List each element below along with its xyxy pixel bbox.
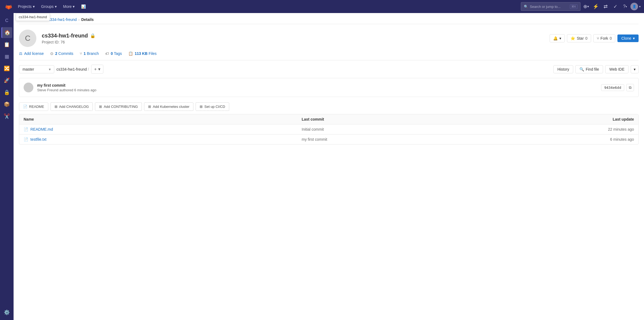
sidebar-item-repo[interactable]: 🏠	[1, 27, 12, 38]
sidebar-item-merge-requests[interactable]: 🔀	[1, 63, 12, 74]
user-menu[interactable]: 👤 ▾	[630, 3, 641, 10]
file-table-header: Name Last commit Last update	[19, 114, 638, 124]
sidebar-item-packages[interactable]: 📦	[1, 99, 12, 110]
commit-info-box: my first commit Steve Freund authored 6 …	[19, 78, 639, 97]
branch-selector[interactable]: master ▾	[19, 65, 54, 73]
sidebar-item-snippets[interactable]: ✂️	[1, 111, 12, 122]
commit-author: Steve Freund	[37, 88, 58, 92]
add-kubernetes-button[interactable]: ⊞ Add Kubernetes cluster	[144, 102, 193, 111]
history-button[interactable]: History	[553, 65, 573, 73]
col-update-header: Last update	[580, 117, 634, 121]
commit-details: my first commit Steve Freund authored 6 …	[37, 83, 597, 92]
tooltip: cs334-hw1-freund	[16, 13, 50, 21]
commits-link[interactable]: ⊙ 2 Commits	[50, 51, 73, 56]
project-header: C cs334-hw1-freund 🔒 Project ID: 76 🔔 ▾ …	[14, 24, 644, 51]
table-row: 📄 README.md Initial commit 22 minutes ag…	[19, 124, 638, 134]
path-repo-name: cs334-hw1-freund	[56, 67, 87, 71]
plus-icon: +	[94, 67, 97, 72]
stats-bar: ⚖ Add license ⊙ 2 Commits ⑂ 1 Branch 🏷 0…	[14, 51, 644, 60]
commits-icon: ⊙	[50, 51, 53, 56]
merge-requests-btn[interactable]: ⇄	[601, 2, 610, 11]
plus-icon: ⊞	[99, 105, 102, 109]
branches-link[interactable]: ⑂ 1 Branch	[80, 51, 99, 56]
chevron-down-icon: ▾	[634, 67, 636, 71]
search-icon: 🔍	[524, 5, 528, 9]
nav-activity[interactable]: 📊	[78, 3, 88, 10]
table-row: 📄 testfile.txt my first commit 6 minutes…	[19, 134, 638, 144]
col-name-header: Name	[24, 117, 302, 121]
file-name-testfile[interactable]: 📄 testfile.txt	[24, 137, 302, 142]
file-time-readme: 22 minutes ago	[580, 127, 634, 131]
copy-hash-button[interactable]: ⧉	[626, 84, 634, 91]
create-new-btn[interactable]: ⊕ ▾	[582, 2, 590, 11]
commit-time: authored 6 minutes ago	[59, 88, 97, 92]
search-bar[interactable]: 🔍 Search or jump to... ⌘K	[521, 2, 581, 11]
breadcrumb-repo[interactable]: cs334-hw1-freund	[46, 17, 77, 22]
plus-icon: ⊞	[55, 105, 58, 109]
project-id: Project ID: 76	[42, 40, 544, 44]
project-actions: 🔔 ▾ ⭐ Star 0 ⑂ Fork 0 Clone ▾	[550, 34, 639, 42]
commit-author-avatar	[24, 83, 33, 92]
sidebar-item-cicd[interactable]: 🚀	[1, 75, 12, 86]
project-name: cs334-hw1-freund	[42, 33, 88, 39]
readme-button[interactable]: 📄 README	[19, 102, 48, 111]
fork-count: 0	[610, 36, 612, 40]
branch-icon: ⑂	[80, 51, 82, 56]
file-commit-readme: Initial commit	[302, 127, 580, 131]
branch-name: master	[23, 67, 34, 71]
fork-icon: ⑂	[597, 36, 599, 40]
stats-divider	[19, 60, 639, 60]
sidebar-item-settings[interactable]: ⚙️	[1, 307, 12, 318]
star-button[interactable]: ⭐ Star 0	[567, 34, 591, 42]
file-name-readme[interactable]: 📄 README.md	[24, 127, 302, 131]
commit-message[interactable]: my first commit	[37, 83, 597, 87]
path-breadcrumb: cs334-hw1-freund /	[56, 67, 89, 71]
file-toolbar: master ▾ cs334-hw1-freund / + ▾ History …	[14, 62, 644, 76]
sidebar-item-boards[interactable]: ▦	[1, 51, 12, 62]
chevron-down-icon: ▾	[98, 67, 100, 72]
plus-icon: ⊞	[148, 105, 151, 109]
nav-groups[interactable]: Groups ▾	[39, 3, 59, 10]
clone-button[interactable]: Clone ▾	[617, 34, 639, 42]
add-changelog-button[interactable]: ⊞ Add CHANGELOG	[50, 102, 93, 111]
user-avatar: 👤	[630, 3, 638, 10]
star-count: 0	[585, 36, 588, 40]
project-avatar: C	[19, 30, 36, 47]
issues-btn[interactable]: ⚡	[591, 2, 600, 11]
file-icon: 📄	[23, 105, 27, 109]
add-license-link[interactable]: ⚖ Add license	[19, 51, 44, 56]
chevron-down-icon: ▾	[633, 36, 635, 40]
sidebar-item-security[interactable]: 🔒	[1, 87, 12, 98]
find-file-button[interactable]: 🔍 Find file	[575, 65, 603, 73]
license-icon: ⚖	[19, 51, 23, 56]
nav-more[interactable]: More ▾	[60, 3, 78, 10]
commit-hash-section: 9434e6dd ⧉	[601, 84, 634, 91]
file-table: Name Last commit Last update 📄 README.md…	[19, 114, 639, 145]
star-icon: ⭐	[570, 36, 575, 40]
files-icon: 📋	[128, 51, 133, 56]
fork-button[interactable]: ⑂ Fork 0	[593, 34, 616, 42]
chevron-down-icon: ▾	[49, 67, 51, 71]
copy-icon: ⧉	[629, 85, 632, 90]
web-ide-button[interactable]: Web IDE	[605, 65, 629, 73]
notify-button[interactable]: 🔔 ▾	[550, 34, 565, 42]
lock-icon: 🔒	[90, 33, 95, 38]
quick-actions: 📄 README ⊞ Add CHANGELOG ⊞ Add CONTRIBUT…	[14, 99, 644, 114]
left-sidebar: C 🏠 📋 ▦ 🔀 🚀 🔒 📦 ✂️ ⚙️	[0, 13, 14, 320]
breadcrumb: Steve Freund › cs334-hw1-freund › Detail…	[14, 13, 644, 24]
sidebar-item-issues[interactable]: 📋	[1, 39, 12, 50]
commit-hash-value: 9434e6dd	[601, 84, 624, 91]
sidebar-item-home[interactable]: C	[1, 15, 12, 26]
help-btn[interactable]: ? ▾	[621, 2, 629, 11]
add-contributing-button[interactable]: ⊞ Add CONTRIBUTING	[95, 102, 142, 111]
tags-link[interactable]: 🏷 0 Tags	[105, 51, 122, 56]
more-options-button[interactable]: ▾	[631, 65, 639, 73]
col-commit-header: Last commit	[302, 117, 580, 121]
path-add-button[interactable]: + ▾	[91, 65, 103, 74]
gitlab-logo[interactable]	[3, 2, 14, 11]
setup-ci-button[interactable]: ⊞ Set up CI/CD	[196, 102, 229, 111]
path-separator: /	[88, 67, 89, 71]
nav-projects[interactable]: Projects ▾	[15, 3, 37, 10]
files-link[interactable]: 📋 113 KB Files	[128, 51, 157, 56]
todo-btn[interactable]: ✓	[611, 2, 620, 11]
